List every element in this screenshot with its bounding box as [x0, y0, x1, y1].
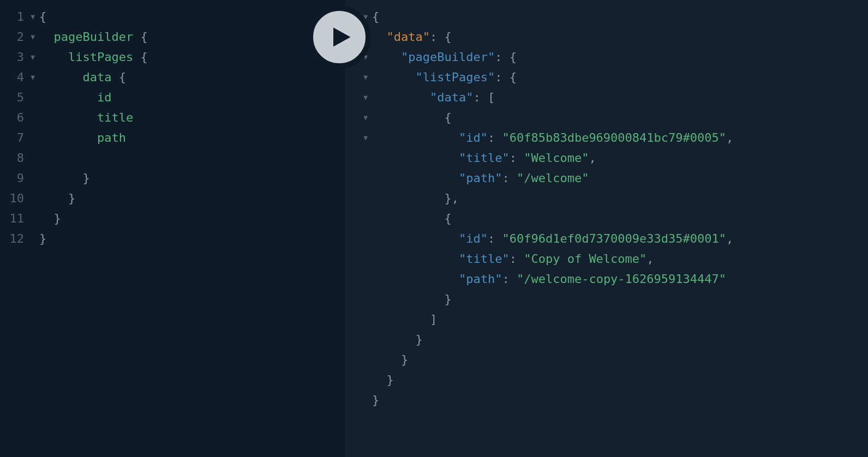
code-line: title [39, 107, 345, 128]
fold-toggle-icon[interactable]: ▼ [27, 27, 35, 47]
fold-toggle-icon[interactable]: ▼ [27, 67, 35, 87]
line-number: 11 [10, 208, 25, 229]
code-line: } [39, 168, 345, 188]
code-line: "id": "60f85b83dbe969000841bc79#0005", [372, 128, 868, 148]
code-token: { [510, 50, 517, 64]
gutter-row: ▼ [345, 67, 372, 87]
code-token: : [502, 272, 517, 286]
code-line: pageBuilder { [39, 27, 345, 47]
code-token [372, 353, 401, 366]
gutter-row: ▼ [345, 87, 372, 107]
code-token [372, 373, 387, 387]
code-token: "60f96d1ef0d7370009e33d35#0001" [502, 232, 726, 245]
code-line: } [39, 229, 345, 249]
gutter-row: 6 [0, 107, 39, 128]
code-token: } [387, 373, 394, 387]
code-line: "data": { [372, 27, 868, 47]
execute-query-button[interactable] [308, 5, 371, 69]
fold-toggle-icon[interactable]: ▼ [360, 87, 368, 107]
code-token: { [444, 30, 451, 44]
code-token: "path" [459, 272, 502, 286]
code-line: id [39, 87, 345, 107]
code-token: { [133, 30, 148, 44]
code-token: { [510, 70, 517, 84]
line-number: 8 [10, 148, 24, 168]
code-token [39, 111, 97, 124]
code-line: { [372, 208, 868, 229]
code-token: path [97, 131, 126, 145]
code-token [372, 171, 459, 185]
gutter-row: 7 [0, 128, 39, 148]
fold-toggle-icon[interactable]: ▼ [360, 67, 368, 87]
fold-toggle-icon[interactable]: ▼ [27, 7, 35, 27]
code-token: ] [430, 312, 437, 326]
query-code[interactable]: { pageBuilder { listPages { data { id ti… [39, 0, 345, 457]
code-token: pageBuilder [54, 30, 134, 44]
code-token: } [415, 333, 422, 346]
code-token [39, 131, 97, 145]
gutter-row: 1▼ [0, 7, 39, 27]
code-line: "data": [ [372, 87, 868, 107]
code-token: "Welcome" [524, 151, 589, 165]
code-token [372, 50, 401, 64]
code-token: "60f85b83dbe969000841bc79#0005" [502, 131, 726, 145]
query-editor-panel[interactable]: 1▼2▼3▼4▼56789101112 { pageBuilder { list… [0, 0, 345, 457]
code-line: "id": "60f96d1ef0d7370009e33d35#0001", [372, 229, 868, 249]
gutter-row: 11 [0, 208, 39, 229]
fold-toggle-icon[interactable]: ▼ [27, 47, 35, 67]
line-number: 10 [10, 188, 25, 208]
gutter-row: 12 [0, 229, 39, 249]
code-token: { [39, 10, 46, 23]
code-token [39, 91, 97, 104]
line-number: 5 [10, 87, 24, 107]
code-token [372, 212, 444, 225]
code-token: : [495, 70, 510, 84]
code-line: "title": "Copy of Welcome", [372, 249, 868, 269]
code-token: "Copy of Welcome" [524, 252, 646, 266]
code-token [39, 212, 54, 225]
code-token: : [488, 232, 502, 245]
code-token: "id" [459, 131, 488, 145]
code-line: } [372, 350, 868, 370]
code-token: : [510, 151, 524, 165]
line-number: 2 [10, 27, 24, 47]
code-token: listPages [68, 50, 133, 64]
code-token [39, 171, 82, 185]
code-line: "listPages": { [372, 67, 868, 87]
line-number: 3 [10, 47, 24, 67]
code-token [372, 111, 444, 124]
code-line [39, 148, 345, 168]
code-token: "data" [430, 91, 473, 104]
code-token: : [430, 30, 445, 44]
gutter-row: 8 [0, 148, 39, 168]
code-line: } [372, 370, 868, 390]
code-token: } [68, 191, 75, 205]
code-token [372, 151, 459, 165]
code-token [372, 30, 387, 44]
gutter-row: 4▼ [0, 67, 39, 87]
code-line: "path": "/welcome-copy-1626959134447" [372, 269, 868, 289]
result-panel: ▼▼▼▼▼▼▼ { "data": { "pageBuilder": { "li… [345, 0, 868, 457]
code-token [39, 30, 54, 44]
code-token: } [39, 232, 46, 245]
code-line: } [39, 188, 345, 208]
code-token [372, 312, 430, 326]
code-token: , [726, 131, 733, 145]
code-token: { [444, 212, 451, 225]
line-number: 6 [10, 107, 24, 128]
line-number: 9 [10, 168, 24, 188]
fold-toggle-icon[interactable]: ▼ [360, 128, 368, 148]
gutter-row: ▼ [345, 128, 372, 148]
code-token [372, 292, 444, 306]
gutter-row: 5 [0, 87, 39, 107]
play-icon [330, 26, 352, 49]
code-token: } [54, 212, 61, 225]
code-token: { [372, 10, 379, 23]
code-token [372, 333, 415, 346]
code-token [39, 50, 68, 64]
code-line: { [39, 7, 345, 27]
query-gutter: 1▼2▼3▼4▼56789101112 [0, 0, 39, 457]
line-number: 4 [10, 67, 24, 87]
code-line: listPages { [39, 47, 345, 67]
fold-toggle-icon[interactable]: ▼ [360, 107, 368, 128]
